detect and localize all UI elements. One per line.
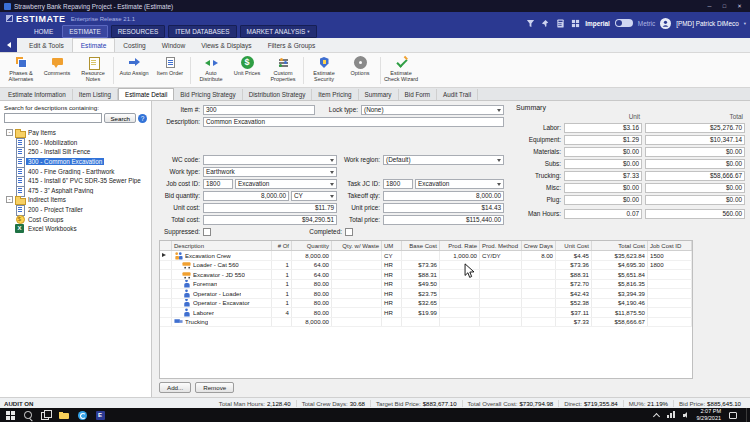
tree-item-200-project-trailer[interactable]: 200 - Project Trailer [4, 205, 147, 215]
help-icon[interactable]: ? [138, 114, 147, 123]
toolbar-auto-distribute[interactable]: Auto Distribute [193, 54, 229, 87]
network-icon[interactable] [667, 410, 677, 420]
notification-center-icon[interactable] [728, 410, 738, 420]
menu-market-analysis[interactable]: MARKET ANALYSIS▾ [240, 25, 317, 38]
grid-row-operator-excavator[interactable]: Operator - Excavator180.00HR$32.65$52.38… [160, 299, 692, 309]
toolbar-estimate-security[interactable]: Estimate Security [306, 54, 342, 87]
tree-item-400-fine-grading-earthwork[interactable]: 400 - Fine Grading - Earthwork [4, 166, 147, 176]
grid-row-laborer[interactable]: Laborer480.00HR$19.99$37.11$11,875.50 [160, 308, 692, 318]
tab-distribution-strategy[interactable]: Distribution Strategy [243, 89, 313, 100]
menu-resources[interactable]: RESOURCES [111, 25, 165, 38]
estimate-app-icon[interactable] [95, 410, 105, 420]
grid-col-unit-cost[interactable]: Unit Cost [556, 241, 592, 250]
tab-item-pricing[interactable]: Item Pricing [312, 89, 358, 100]
tree-item-100-mobilization[interactable]: 100 - Mobilization [4, 138, 147, 148]
toolbar-options[interactable]: Options [342, 54, 378, 87]
tree-expander-icon[interactable]: - [6, 129, 13, 136]
toolbar-unit-prices[interactable]: Unit Prices [229, 54, 265, 87]
tab-bid-form[interactable]: Bid Form [399, 89, 438, 100]
menu-estimate[interactable]: ESTIMATE [62, 25, 107, 38]
grid-col-total-cost[interactable]: Total Cost [592, 241, 648, 250]
grid-col-base-cost[interactable]: Base Cost [402, 241, 440, 250]
apps-icon[interactable] [570, 18, 580, 28]
tree-item-300-common-excavation[interactable]: 300 - Common Excavation [4, 157, 147, 167]
toolbar-auto-assign[interactable]: Auto Assign [116, 54, 152, 87]
ribbon-tab-estimate[interactable]: Estimate [72, 38, 116, 52]
grid-row-foreman[interactable]: Foreman180.00HR$49.50$72.70$5,816.35 [160, 280, 692, 290]
grid-col-qty-w-waste[interactable]: Qty. w/ Waste [332, 241, 382, 250]
units-toggle[interactable] [615, 19, 633, 27]
bid-quantity-input[interactable]: 8,000.00 [203, 191, 289, 201]
taskbar-search-icon[interactable] [23, 410, 33, 420]
grid-col-description[interactable]: Description [172, 241, 272, 250]
tree-item-pay-items[interactable]: -Pay Items [4, 128, 147, 138]
tab-item-listing[interactable]: Item Listing [73, 89, 118, 100]
remove-button[interactable]: Remove [195, 382, 234, 393]
tree-expander-icon[interactable]: - [6, 196, 13, 203]
calculator-icon[interactable] [555, 18, 565, 28]
tree-item-415-install-6-pvc-sdr-35-sewer-pipe[interactable]: 415 - Install 6" PVC SDR-35 Sewer Pipe [4, 176, 147, 186]
menu-home[interactable]: HOME [28, 26, 59, 37]
grid-col-prod-method[interactable]: Prod. Method [480, 241, 522, 250]
grid-col-quantity[interactable]: Quantity [292, 241, 332, 250]
search-button[interactable]: Search [104, 113, 136, 123]
add-button[interactable]: Add... [159, 382, 191, 393]
toolbar-estimate-check-wizard[interactable]: Estimate Check Wizard [383, 54, 419, 87]
wc-code-select[interactable] [203, 155, 337, 165]
tab-bid-pricing-strategy[interactable]: Bid Pricing Strategy [174, 89, 242, 100]
work-type-select[interactable]: Earthwork [203, 167, 337, 177]
avatar[interactable] [660, 18, 671, 29]
tree-item-indirect-items[interactable]: -Indirect Items [4, 195, 147, 205]
description-input[interactable]: Common Excavation [203, 117, 504, 127]
toolbar-item-order[interactable]: Item Order [152, 54, 188, 87]
file-explorer-icon[interactable] [59, 410, 69, 420]
start-button[interactable] [5, 410, 15, 420]
user-menu[interactable]: [PMD] Patrick DiMeco [676, 20, 739, 27]
toolbar-custom-properties[interactable]: Custom Properties [265, 54, 301, 87]
item-number-input[interactable]: 300 [203, 105, 315, 115]
bid-quantity-um-select[interactable]: CY [291, 191, 337, 201]
grid-col-crew-days[interactable]: Crew Days [522, 241, 556, 250]
show-desktop-button[interactable] [746, 408, 750, 422]
tray-expand-icon[interactable] [652, 410, 662, 420]
takeoff-qty-input[interactable]: 8,000.00 [383, 191, 504, 201]
browser-icon[interactable] [77, 410, 87, 420]
lock-type-select[interactable]: (None) [361, 105, 504, 115]
grid-row-excavator-jd-550[interactable]: Excavator - JD 550164.00HR$88.31$88.31$5… [160, 270, 692, 280]
tab-summary[interactable]: Summary [359, 89, 399, 100]
search-input[interactable] [4, 113, 102, 123]
task-view-icon[interactable] [41, 410, 51, 420]
maximize-button[interactable]: □ [717, 0, 732, 12]
ribbon-tab-views-displays[interactable]: Views & Displays [193, 38, 259, 52]
grid-row-loader-cat-560[interactable]: Loader - Cat 560164.00HR$73.36$73.36$4,6… [160, 261, 692, 271]
grid-col-um[interactable]: UM [382, 241, 402, 250]
grid-row-operator-loader[interactable]: Operator - Loader180.00HR$23.75$42.43$3,… [160, 289, 692, 299]
pin-icon[interactable] [540, 18, 550, 28]
tree-item-475-3-asphalt-paving[interactable]: 475 - 3" Asphalt Paving [4, 186, 147, 196]
toolbar-resource-notes[interactable]: Resource Notes [75, 54, 111, 87]
tab-estimate-information[interactable]: Estimate Information [2, 89, 73, 100]
grid-row-excavation-crew[interactable]: Excavation Crew8,000.00CY1,000.00CY/DY8.… [160, 251, 692, 261]
tab-audit-trail[interactable]: Audit Trail [437, 89, 478, 100]
back-button[interactable] [0, 38, 17, 52]
close-button[interactable]: ✕ [732, 0, 747, 12]
ribbon-tab-edit-tools[interactable]: Edit & Tools [21, 38, 72, 52]
grid-col-of[interactable]: # Of [272, 241, 292, 250]
task-jc-id-input[interactable]: 1800 [383, 179, 413, 189]
ribbon-tab-window[interactable]: Window [154, 38, 193, 52]
job-cost-id-input[interactable]: 1800 [203, 179, 233, 189]
tree-item-250-install-silt-fence[interactable]: 250 - Install Silt Fence [4, 147, 147, 157]
task-jc-desc-select[interactable]: Excavation [415, 179, 504, 189]
grid-col-row-indicator[interactable] [160, 241, 172, 250]
work-region-select[interactable]: (Default) [383, 155, 504, 165]
volume-icon[interactable] [682, 410, 692, 420]
tab-estimate-detail[interactable]: Estimate Detail [118, 88, 174, 100]
grid-col-job-cost-id[interactable]: Job Cost ID [648, 241, 692, 250]
filter-icon[interactable] [525, 18, 535, 28]
toolbar-phases-alternates[interactable]: Phases & Alternates [3, 54, 39, 87]
tree-item-cost-groups[interactable]: Cost Groups [4, 214, 147, 224]
grid-row-trucking[interactable]: Trucking8,000.00$7.33$58,666.67 [160, 318, 692, 328]
menu-item-databases[interactable]: ITEM DATABASES [168, 25, 236, 38]
suppressed-checkbox[interactable] [203, 228, 211, 236]
ribbon-tab-costing[interactable]: Costing [115, 38, 153, 52]
